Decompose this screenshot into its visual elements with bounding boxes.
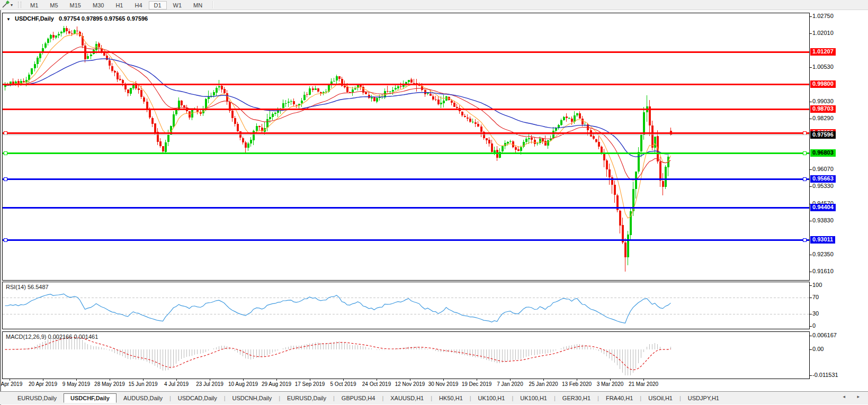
chart-tab-eurusd-daily[interactable]: EURUSD,Daily (280, 393, 333, 403)
date-label: 7 Jan 2020 (491, 381, 529, 387)
chart-tab-audusd-daily[interactable]: AUDUSD,Daily (117, 393, 169, 403)
title-ohlc-values: 0.97754 0.97895 0.97565 0.97596 (59, 15, 148, 22)
timeframe-button-m30[interactable]: M30 (87, 1, 109, 10)
date-label: 5 Oct 2019 (324, 381, 362, 387)
date-label: 21 Mar 2020 (624, 381, 663, 387)
chart-tab-bar: EURUSD,DailyUSDCHF,DailyAUDUSD,Daily|USD… (0, 391, 868, 404)
crosshair-tool-icon[interactable] (1, 1, 11, 9)
date-label: 20 Apr 2019 (24, 381, 62, 387)
toolbar-separator (212, 1, 213, 8)
price-tick-label: 0.99030 (812, 98, 834, 104)
date-label: 30 Nov 2019 (424, 381, 462, 387)
price-level-badge: 1.01207 (810, 48, 836, 56)
chart-tabs: EURUSD,DailyUSDCHF,DailyAUDUSD,Daily|USD… (0, 392, 726, 404)
chart-tab-eurusd-daily[interactable]: EURUSD,Daily (11, 393, 64, 403)
price-tick-label: 0.96070 (812, 166, 834, 172)
price-level-badge: 0.96803 (810, 149, 836, 157)
tab-scroll-left-icon[interactable]: ◂ (843, 394, 851, 399)
macd-axis-label: -0.011531 (812, 372, 838, 378)
date-label: 29 Aug 2019 (257, 381, 296, 387)
tab-scroll-controls: ◂ ▸ (843, 394, 865, 399)
macd-indicator-label: MACD(12,26,9) 0.002166 0.001461 (6, 334, 98, 340)
timeframe-button-w1[interactable]: W1 (168, 1, 187, 10)
chart-tab-hk50-h1[interactable]: HK50,H1 (432, 393, 470, 403)
price-tick-label: 0.92350 (812, 251, 834, 257)
timeframe-button-d1[interactable]: D1 (149, 1, 167, 10)
date-label: 19 Dec 2019 (458, 381, 496, 387)
chart-tab-usdchf-daily[interactable]: USDCHF,Daily (64, 393, 117, 403)
date-label: 3 Mar 2020 (591, 381, 629, 387)
rsi-axis-label: 100 (812, 282, 822, 288)
price-tick-label: 1.02750 (812, 13, 834, 19)
macd-axis-label: 0.006167 (812, 332, 837, 338)
date-label: 4 Jul 2019 (157, 381, 195, 387)
chart-title: ▼ USDCHF,Daily 0.97754 0.97895 0.97565 0… (6, 15, 148, 22)
chart-tab-uk100-h1[interactable]: UK100,H1 (471, 393, 512, 403)
date-label: 9 May 2019 (57, 381, 95, 387)
chart-tab-gbpusd-h4[interactable]: GBPUSD,H4 (335, 393, 382, 403)
price-level-badge: 0.94404 (810, 204, 836, 211)
chart-tab-usoil-h1[interactable]: USOil,H1 (641, 393, 679, 403)
date-label: 24 Oct 2019 (357, 381, 396, 387)
timeframe-toolbar: ▾ M1M5M15M30H1H4D1W1MN (0, 0, 868, 10)
title-symbol-period: USDCHF,Daily (15, 15, 54, 22)
chart-tab-usdjpy-h1[interactable]: USDJPY,H1 (681, 393, 726, 403)
toolbar-dropdown-caret[interactable]: ▾ (11, 3, 13, 7)
timeframe-button-m15[interactable]: M15 (65, 1, 86, 10)
timeframe-button-mn[interactable]: MN (188, 1, 208, 10)
date-label: 10 Aug 2019 (224, 381, 262, 387)
price-level-badge: 0.95663 (810, 175, 836, 183)
rsi-indicator-label: RSI(14) 56.5487 (6, 284, 49, 290)
timeframe-buttons: M1M5M15M30H1H4D1W1MN (24, 0, 208, 10)
chart-tab-usdcad-daily[interactable]: USDCAD,Daily (171, 393, 224, 403)
date-label: 17 Sep 2019 (291, 381, 329, 387)
current-price-badge: 0.97596 (810, 131, 836, 139)
price-level-badge: 0.93011 (810, 236, 835, 244)
rsi-axis-label: 70 (812, 294, 819, 300)
price-tick-label: 0.98290 (812, 115, 834, 121)
price-tick-label: 0.93830 (812, 217, 834, 223)
date-label: 23 Jul 2019 (191, 381, 229, 387)
window-left-edge (0, 10, 1, 405)
timeframe-button-m5[interactable]: M5 (44, 1, 63, 10)
macd-axis-label: 0.00 (812, 346, 824, 352)
rsi-axis-label: 30 (812, 310, 819, 317)
tab-scroll-right-icon[interactable]: ▸ (857, 394, 865, 399)
timeframe-button-h4[interactable]: H4 (129, 1, 147, 10)
date-label: 15 Jun 2019 (124, 381, 162, 387)
chart-tab-usdcnh-daily[interactable]: USDCNH,Daily (226, 393, 279, 403)
date-label: 12 Nov 2019 (391, 381, 429, 387)
price-tick-label: 0.91610 (812, 268, 834, 274)
chart-tab-fra40-h1[interactable]: FRA40,H1 (599, 393, 640, 403)
rsi-axis-label: 0 (812, 322, 816, 329)
price-level-badge: 0.98703 (810, 105, 836, 113)
toolbar-grip (18, 2, 21, 8)
date-label: 25 Jan 2020 (524, 381, 562, 387)
date-label: 28 May 2019 (91, 381, 129, 387)
chart-tab-ger30-h1[interactable]: GER30,H1 (556, 393, 597, 403)
timeframe-button-m1[interactable]: M1 (25, 1, 43, 10)
price-tick-label: 1.02010 (812, 30, 834, 36)
price-level-badge: 0.99800 (810, 80, 836, 88)
date-label: 13 Feb 2020 (558, 381, 596, 387)
timeframe-button-h1[interactable]: H1 (110, 1, 128, 10)
chart-tab-xauusd-h1[interactable]: XAUUSD,H1 (383, 393, 431, 403)
chart-tab-uk100-h1[interactable]: UK100,H1 (513, 393, 554, 403)
title-collapse-icon[interactable]: ▼ (6, 17, 11, 22)
price-tick-label: 1.00530 (812, 64, 834, 70)
price-tick-label: 0.95330 (812, 183, 834, 189)
